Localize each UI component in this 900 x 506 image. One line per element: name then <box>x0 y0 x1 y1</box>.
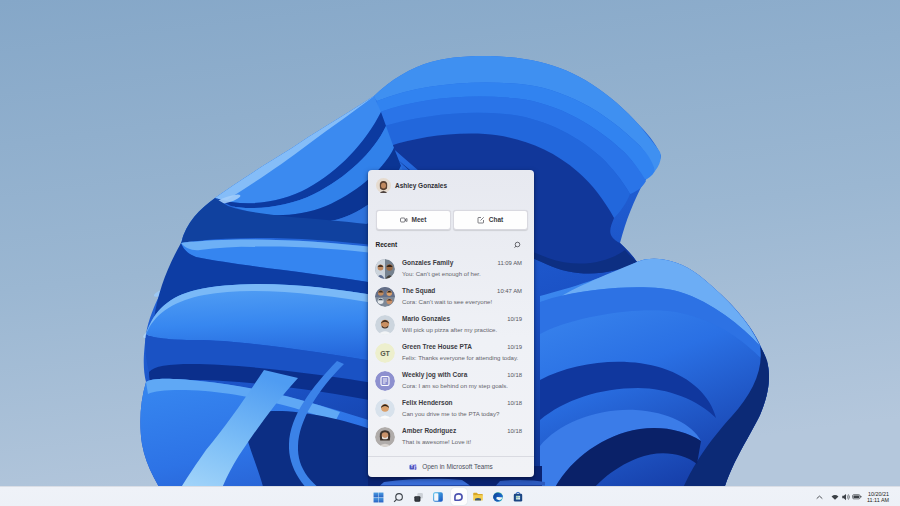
svg-text:GT: GT <box>380 350 390 357</box>
